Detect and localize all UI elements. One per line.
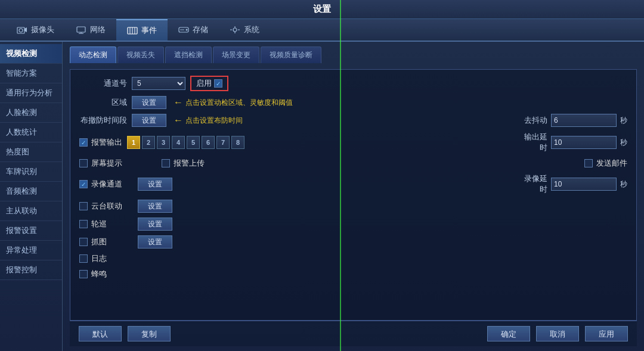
- page-title: 设置: [313, 4, 331, 15]
- ch-btn-2[interactable]: 2: [142, 136, 155, 149]
- log-label: 日志: [91, 253, 107, 264]
- confirm-button[interactable]: 确定: [487, 326, 530, 341]
- ch-btn-7[interactable]: 7: [216, 136, 230, 149]
- alarm-output-checkbox-row: 报警输出: [79, 137, 122, 148]
- tab-motion-detect[interactable]: 动态检测: [70, 46, 116, 63]
- channel-select[interactable]: 5: [132, 77, 185, 90]
- tab-scene-change[interactable]: 场景变更: [213, 46, 259, 63]
- alarm-output-checkbox[interactable]: [79, 138, 88, 147]
- enable-box: 启用: [190, 76, 228, 91]
- record-channel-set-button[interactable]: 设置: [138, 178, 172, 191]
- buzzer-checkbox-row: 蜂鸣: [79, 269, 107, 279]
- sidebar-item-audio-detect[interactable]: 音频检测: [0, 182, 62, 201]
- alarm-upload-label: 报警上传: [174, 158, 205, 169]
- sub-tabs: 动态检测 视频丢失 遮挡检测 场景变更 视频质量诊断: [70, 46, 637, 63]
- ch-btn-3[interactable]: 3: [157, 136, 170, 149]
- network-icon: [76, 26, 86, 34]
- region-set-button[interactable]: 设置: [132, 96, 166, 109]
- record-delay-label: 录像延时: [518, 173, 547, 195]
- tab-tamper-detect[interactable]: 遮挡检测: [165, 46, 212, 63]
- cancel-button[interactable]: 取消: [536, 326, 579, 341]
- sidebar-item-people-count[interactable]: 人数统计: [0, 123, 62, 142]
- record-channel-label: 录像通道: [91, 179, 122, 190]
- record-channel-checkbox-row: 录像通道: [79, 179, 127, 190]
- arrow-left-icon: ←: [174, 97, 183, 108]
- buzzer-checkbox[interactable]: [79, 270, 88, 278]
- capture-checkbox-row: 抓图: [79, 237, 127, 247]
- record-delay-input[interactable]: [551, 178, 617, 191]
- schedule-set-button[interactable]: 设置: [132, 114, 166, 127]
- output-delay-label: 输出延时: [518, 132, 547, 153]
- patrol-checkbox[interactable]: [79, 220, 88, 228]
- ch-btn-8[interactable]: 8: [231, 136, 244, 149]
- nav-event-label: 事件: [141, 25, 157, 36]
- debounce-label: 去抖动: [518, 115, 547, 126]
- ptz-set-button[interactable]: 设置: [138, 200, 172, 213]
- top-nav: 摄像头 网络 事件 存储 系统: [0, 19, 644, 42]
- tab-video-quality[interactable]: 视频质量诊断: [261, 46, 321, 63]
- nav-storage-label: 存储: [193, 24, 208, 35]
- buzzer-label: 蜂鸣: [91, 269, 107, 279]
- screen-prompt-checkbox[interactable]: [79, 159, 88, 167]
- buzzer-row: 蜂鸣: [79, 269, 627, 279]
- svg-point-13: [233, 28, 237, 32]
- debounce-input[interactable]: [551, 114, 617, 127]
- nav-network-label: 网络: [90, 24, 106, 35]
- output-delay-input[interactable]: [551, 136, 617, 149]
- capture-checkbox[interactable]: [79, 238, 88, 246]
- apply-button[interactable]: 应用: [585, 326, 628, 341]
- ch-btn-5[interactable]: 5: [187, 136, 200, 149]
- nav-camera[interactable]: 摄像头: [6, 19, 65, 41]
- sidebar-item-video-detection[interactable]: 视频检测: [0, 44, 62, 64]
- copy-button[interactable]: 复制: [128, 326, 171, 341]
- log-checkbox-row: 日志: [79, 253, 107, 264]
- bottom-bar: 默认 复制 确定 取消 应用: [70, 321, 637, 346]
- sidebar-item-exception[interactable]: 异常处理: [0, 241, 62, 260]
- nav-event[interactable]: 事件: [116, 19, 168, 41]
- sidebar-item-plate-recog[interactable]: 车牌识别: [0, 162, 62, 182]
- alarm-upload-checkbox[interactable]: [162, 159, 170, 167]
- ptz-checkbox-row: 云台联动: [79, 201, 127, 212]
- record-channel-checkbox[interactable]: [79, 180, 88, 188]
- capture-label: 抓图: [91, 237, 107, 247]
- sidebar-item-alarm-settings[interactable]: 报警设置: [0, 221, 62, 241]
- region-label: 区域: [79, 97, 127, 108]
- nav-storage[interactable]: 存储: [168, 19, 219, 41]
- patrol-label: 轮巡: [91, 219, 107, 229]
- svg-point-1: [19, 29, 23, 32]
- sidebar-item-behavior[interactable]: 通用行为分析: [0, 83, 62, 103]
- screen-prompt-row: 屏幕提示 报警上传 发送邮件: [79, 158, 627, 169]
- log-checkbox[interactable]: [79, 254, 88, 263]
- channel-row: 通道号 5 启用: [79, 76, 627, 91]
- sidebar-item-master-slave[interactable]: 主从联动: [0, 201, 62, 221]
- capture-set-button[interactable]: 设置: [138, 235, 172, 249]
- sidebar-item-heat-map[interactable]: 热度图: [0, 142, 62, 162]
- ch-btn-4[interactable]: 4: [172, 136, 185, 149]
- nav-network[interactable]: 网络: [65, 19, 116, 41]
- svg-rect-3: [77, 27, 85, 32]
- system-icon: [230, 26, 240, 34]
- ch-btn-1[interactable]: 1: [127, 136, 140, 149]
- arrow-left-2-icon: ←: [174, 115, 183, 126]
- default-button[interactable]: 默认: [79, 326, 122, 341]
- enable-label: 启用: [196, 78, 212, 89]
- storage-icon: [178, 26, 189, 34]
- sidebar-item-face-detect[interactable]: 人脸检测: [0, 103, 62, 123]
- nav-system[interactable]: 系统: [219, 19, 270, 41]
- enable-checkbox[interactable]: [214, 79, 222, 88]
- schedule-annotation: ← 点击设置布防时间: [174, 115, 243, 126]
- region-annotation: ← 点击设置动检区域、灵敏度和阈值: [174, 97, 293, 108]
- ptz-label: 云台联动: [91, 201, 122, 212]
- camera-icon: [17, 26, 27, 34]
- patrol-row: 轮巡 设置: [79, 218, 627, 231]
- tab-video-loss[interactable]: 视频丢失: [117, 46, 164, 63]
- svg-point-11: [186, 29, 188, 31]
- send-email-checkbox[interactable]: [584, 159, 593, 167]
- ch-btn-6[interactable]: 6: [202, 136, 215, 149]
- ptz-checkbox[interactable]: [79, 202, 88, 210]
- sidebar-item-smart-plan[interactable]: 智能方案: [0, 64, 62, 83]
- patrol-checkbox-row: 轮巡: [79, 219, 127, 229]
- patrol-set-button[interactable]: 设置: [138, 218, 172, 231]
- sidebar-item-alarm-control[interactable]: 报警控制: [0, 260, 62, 280]
- region-annotation-text: 点击设置动检区域、灵敏度和阈值: [185, 98, 293, 108]
